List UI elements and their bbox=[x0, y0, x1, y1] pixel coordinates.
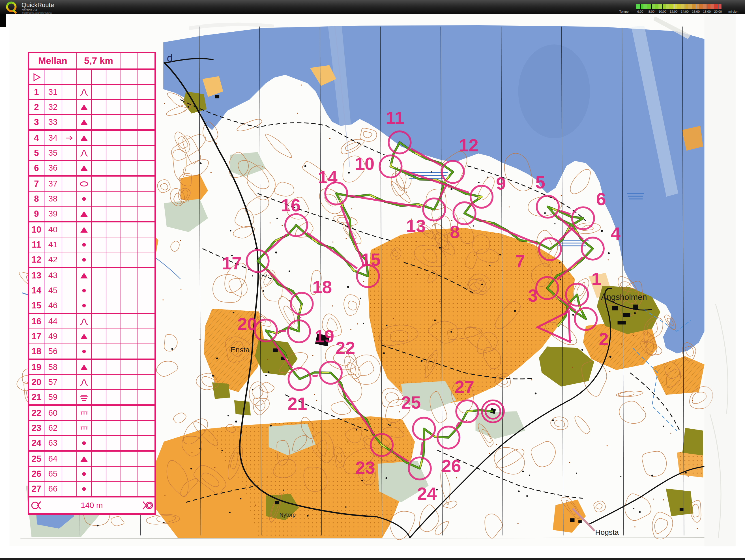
feature-symbol bbox=[77, 451, 91, 467]
feature-symbol bbox=[77, 390, 91, 405]
control-number-label: 10 bbox=[355, 154, 374, 173]
between-symbol bbox=[62, 237, 77, 252]
tempo-scale-title: Tempo bbox=[619, 10, 628, 13]
title-bar: QuickRoute Version 2.4 matstroeng.se/qui… bbox=[0, 0, 745, 14]
control-number-label: 2 bbox=[599, 329, 609, 349]
feature-symbol bbox=[77, 268, 91, 283]
control-number: 11 bbox=[29, 237, 44, 252]
start-row bbox=[29, 69, 155, 85]
control-code: 58 bbox=[44, 359, 62, 375]
control-number-label: 22 bbox=[335, 338, 355, 358]
control-code: 36 bbox=[44, 160, 62, 176]
tempo-tick bbox=[707, 4, 707, 9]
control-number: 14 bbox=[29, 283, 44, 298]
feature-symbol bbox=[77, 222, 91, 237]
tempo-segment bbox=[677, 4, 680, 9]
control-number: 13 bbox=[29, 268, 44, 283]
between-symbol bbox=[62, 85, 77, 100]
control-code: 45 bbox=[44, 283, 62, 298]
control-number: 16 bbox=[29, 314, 44, 329]
place-label: Hogsta bbox=[595, 528, 619, 536]
tempo-segment bbox=[699, 4, 703, 9]
feature-symbol bbox=[77, 298, 91, 314]
control-number: 3 bbox=[29, 114, 44, 130]
tempo-tick-label: 10:00 bbox=[659, 10, 667, 13]
control-number: 18 bbox=[29, 344, 44, 359]
control-row: 2665 bbox=[29, 466, 155, 481]
control-number: 7 bbox=[29, 176, 44, 192]
control-number: 22 bbox=[29, 405, 44, 421]
feature-symbol bbox=[77, 114, 91, 130]
between-symbol bbox=[62, 252, 77, 268]
control-number-label: 8 bbox=[450, 222, 460, 242]
app-title: QuickRoute bbox=[22, 1, 54, 9]
control-row: 2766 bbox=[29, 481, 155, 497]
control-row: 2260 bbox=[29, 405, 155, 421]
control-row: 1141 bbox=[29, 237, 155, 252]
control-number: 26 bbox=[29, 466, 44, 481]
control-number: 5 bbox=[29, 145, 44, 160]
scan-left-notch bbox=[0, 14, 6, 27]
control-row: 2159 bbox=[29, 390, 155, 405]
control-number: 25 bbox=[29, 451, 44, 467]
tempo-tick bbox=[640, 4, 641, 9]
control-code: 56 bbox=[44, 344, 62, 359]
control-code: 62 bbox=[44, 421, 62, 435]
control-number: 23 bbox=[29, 421, 44, 435]
tempo-tick bbox=[651, 4, 652, 9]
feature-symbol bbox=[77, 283, 91, 298]
taped-route-start-icon bbox=[31, 500, 42, 511]
feature-symbol bbox=[77, 160, 91, 176]
feature-symbol bbox=[77, 435, 91, 451]
control-code: 59 bbox=[44, 390, 62, 405]
finish-distance: 140 m bbox=[81, 501, 103, 510]
control-code: 42 bbox=[44, 252, 62, 268]
control-number-label: 11 bbox=[386, 108, 404, 128]
control-number: 2 bbox=[29, 100, 44, 114]
control-number: 21 bbox=[29, 390, 44, 405]
tempo-tick bbox=[696, 4, 697, 9]
control-number-label: 12 bbox=[459, 136, 478, 155]
control-code: 32 bbox=[44, 100, 62, 114]
control-description-sheet: Mellan5,7 km1312323334345356367378389391… bbox=[28, 52, 155, 515]
control-number-label: 14 bbox=[318, 167, 337, 187]
course-length: 5,7 km bbox=[77, 53, 121, 69]
control-row: 434 bbox=[29, 130, 155, 146]
tempo-tick-label: 18:00 bbox=[703, 10, 711, 13]
tempo-tick-label: 16:00 bbox=[692, 10, 700, 13]
control-code: 31 bbox=[44, 85, 62, 100]
between-symbol bbox=[62, 100, 77, 114]
between-symbol bbox=[62, 298, 77, 314]
control-code: 65 bbox=[44, 466, 62, 481]
between-symbol bbox=[62, 268, 77, 283]
control-row: 1242 bbox=[29, 252, 155, 268]
tempo-segment bbox=[714, 4, 718, 9]
control-row: 2057 bbox=[29, 375, 155, 390]
feature-symbol bbox=[77, 329, 91, 344]
control-number-label: 16 bbox=[281, 196, 300, 215]
control-number: 19 bbox=[29, 359, 44, 375]
control-number-label: 17 bbox=[222, 254, 241, 273]
tempo-tick bbox=[662, 4, 663, 9]
control-number-label: 18 bbox=[312, 277, 332, 297]
quickroute-logo-icon bbox=[4, 1, 19, 14]
feature-symbol bbox=[77, 100, 91, 114]
tempo-segment bbox=[681, 4, 684, 9]
control-row: 1343 bbox=[29, 268, 155, 283]
control-number: 24 bbox=[29, 435, 44, 451]
control-number: 17 bbox=[29, 329, 44, 344]
control-row: 232 bbox=[29, 100, 155, 114]
between-symbol bbox=[62, 359, 77, 375]
control-row: 535 bbox=[29, 145, 155, 160]
control-row: 1856 bbox=[29, 344, 155, 359]
control-code: 44 bbox=[44, 314, 62, 329]
control-number-label: 1 bbox=[591, 269, 601, 289]
control-number-label: 27 bbox=[455, 377, 474, 397]
control-row: 2463 bbox=[29, 435, 155, 451]
control-code: 57 bbox=[44, 375, 62, 390]
control-code: 37 bbox=[44, 176, 62, 192]
control-number-label: 5 bbox=[535, 173, 545, 192]
tempo-segment bbox=[647, 4, 651, 9]
tempo-segment bbox=[711, 4, 714, 9]
feature-symbol bbox=[77, 206, 91, 222]
